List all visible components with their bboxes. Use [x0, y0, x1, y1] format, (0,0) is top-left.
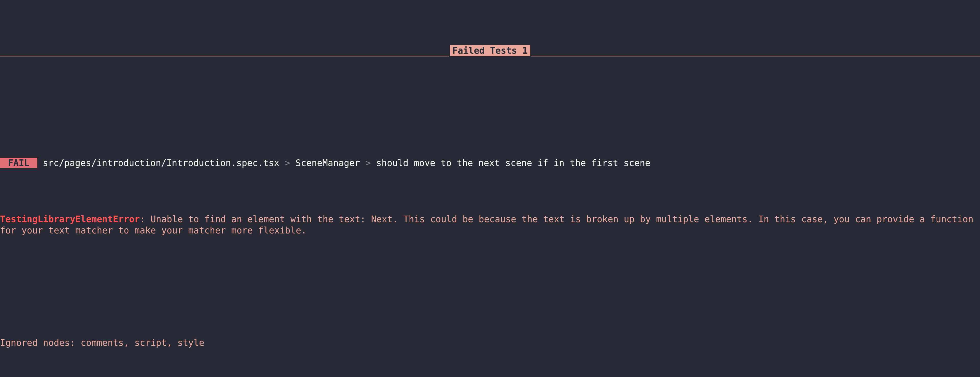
suite-name: SceneManager	[296, 158, 360, 168]
failed-tests-header: Failed Tests 1	[0, 45, 980, 56]
fail-badge: FAIL	[0, 158, 37, 168]
failed-tests-label: Failed Tests 1	[450, 45, 530, 56]
ignored-nodes: Ignored nodes: comments, script, style	[0, 337, 980, 348]
separator: >	[280, 158, 296, 168]
error-colon: :	[140, 214, 151, 224]
blank-line	[0, 101, 980, 112]
test-file-path: src/pages/introduction/Introduction.spec…	[43, 158, 280, 168]
error-line: TestingLibraryElementError: Unable to fi…	[0, 214, 980, 236]
fail-line: FAIL src/pages/introduction/Introduction…	[0, 157, 980, 169]
separator: >	[360, 158, 376, 168]
error-type: TestingLibraryElementError	[0, 214, 140, 224]
test-name: should move to the next scene if in the …	[376, 158, 651, 168]
terminal-output: Failed Tests 1 FAIL src/pages/introducti…	[0, 0, 980, 377]
blank-line	[0, 281, 980, 292]
